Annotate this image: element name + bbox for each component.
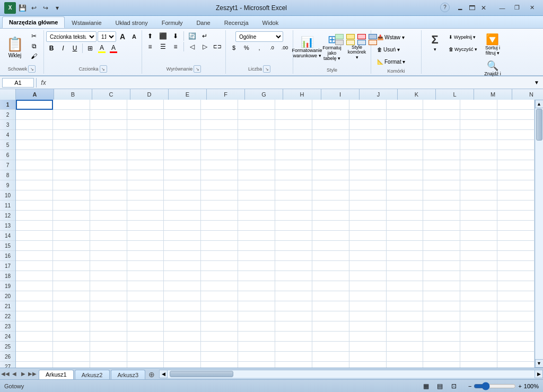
cell-F19[interactable] [201,281,238,291]
cell-M10[interactable] [460,190,497,201]
cell-B23[interactable] [53,321,90,332]
cell-K5[interactable] [387,140,424,150]
cell-A11[interactable] [16,201,53,211]
cell-E23[interactable] [164,321,201,332]
cell-H1[interactable] [275,100,312,110]
cell-K8[interactable] [387,170,424,180]
cell-K19[interactable] [387,281,424,291]
tab-formuly[interactable]: Formuły [155,16,190,28]
cell-B9[interactable] [53,180,90,190]
cell-A27[interactable] [16,362,53,368]
cell-L27[interactable] [423,362,460,368]
cell-F22[interactable] [201,311,238,321]
cell-N2[interactable] [497,110,535,120]
cell-M8[interactable] [460,170,497,180]
cell-L2[interactable] [423,110,460,120]
cell-L23[interactable] [423,321,460,332]
grow-font-button[interactable]: A [117,31,128,42]
cell-C21[interactable] [90,301,127,311]
cell-A16[interactable] [16,251,53,261]
cell-G2[interactable] [238,110,275,120]
cell-B5[interactable] [53,140,90,150]
cell-I8[interactable] [312,170,349,180]
sheet-tab-nav-prev[interactable]: ◀ [10,369,19,379]
cell-D11[interactable] [127,201,164,211]
percent-format-button[interactable]: % [241,43,252,53]
cell-B26[interactable] [53,352,90,362]
cell-E7[interactable] [164,160,201,170]
cell-I4[interactable] [312,130,349,140]
cell-E6[interactable] [164,150,201,160]
cell-B24[interactable] [53,332,90,342]
scroll-right-button[interactable]: ▶ [535,370,543,378]
cut-button[interactable]: ✂ [28,31,40,41]
cell-D17[interactable] [127,261,164,271]
cell-D5[interactable] [127,140,164,150]
row-number-16[interactable]: 16 [0,251,15,261]
cell-I17[interactable] [312,261,349,271]
conditional-formatting-button[interactable]: 📊 Formatowaniewarunkowe ▾ [295,34,319,60]
cell-G4[interactable] [238,130,275,140]
cell-C22[interactable] [90,311,127,321]
cell-I13[interactable] [312,221,349,231]
cell-H10[interactable] [275,190,312,201]
row-number-9[interactable]: 9 [0,180,15,190]
decrease-decimal-button[interactable]: .00 [279,43,291,53]
font-name-select[interactable]: Czcionka tekstu [46,31,97,42]
cell-H24[interactable] [275,332,312,342]
cell-F18[interactable] [201,271,238,281]
cell-J13[interactable] [349,221,387,231]
cell-H26[interactable] [275,352,312,362]
cell-E15[interactable] [164,241,201,251]
page-break-view-button[interactable]: ⊡ [448,381,460,391]
quick-save-button[interactable]: 💾 [17,3,28,13]
cell-I12[interactable] [312,211,349,221]
cell-M11[interactable] [460,201,497,211]
cell-E13[interactable] [164,221,201,231]
cell-G18[interactable] [238,271,275,281]
tab-uklad[interactable]: Układ strony [109,16,155,28]
cell-C7[interactable] [90,160,127,170]
cell-K17[interactable] [387,261,424,271]
cell-K18[interactable] [387,271,424,281]
sheet-tab-nav-next[interactable]: ▶ [19,369,28,379]
cell-B4[interactable] [53,130,90,140]
cell-I15[interactable] [312,241,349,251]
cell-F27[interactable] [201,362,238,368]
angle-text-button[interactable]: 🔄 [186,31,198,41]
cell-B17[interactable] [53,261,90,271]
row-number-18[interactable]: 18 [0,271,15,281]
cell-H16[interactable] [275,251,312,261]
cell-E17[interactable] [164,261,201,271]
cell-L5[interactable] [423,140,460,150]
cell-B25[interactable] [53,342,90,352]
cell-D27[interactable] [127,362,164,368]
cell-C9[interactable] [90,180,127,190]
cell-H8[interactable] [275,170,312,180]
bold-button[interactable]: B [46,43,57,54]
cell-B14[interactable] [53,231,90,241]
cell-J7[interactable] [349,160,387,170]
clipboard-expand-button[interactable]: ↘ [28,65,36,73]
cell-A26[interactable] [16,352,53,362]
cell-J20[interactable] [349,291,387,301]
cell-L25[interactable] [423,342,460,352]
cell-I21[interactable] [312,301,349,311]
row-number-27[interactable]: 27 [0,362,15,368]
cell-H22[interactable] [275,311,312,321]
normal-view-button[interactable]: ▦ [421,381,432,391]
insert-cells-button[interactable]: 📥 Wstaw ▾ [374,31,418,43]
cell-G27[interactable] [238,362,275,368]
number-expand-button[interactable]: ↘ [263,65,270,73]
row-number-20[interactable]: 20 [0,291,15,301]
cell-N1[interactable] [497,100,535,110]
cell-M26[interactable] [460,352,497,362]
cell-J14[interactable] [349,231,387,241]
cell-H19[interactable] [275,281,312,291]
cell-C6[interactable] [90,150,127,160]
cell-F12[interactable] [201,211,238,221]
cell-I2[interactable] [312,110,349,120]
cell-E25[interactable] [164,342,201,352]
cell-E16[interactable] [164,251,201,261]
cell-N18[interactable] [497,271,535,281]
